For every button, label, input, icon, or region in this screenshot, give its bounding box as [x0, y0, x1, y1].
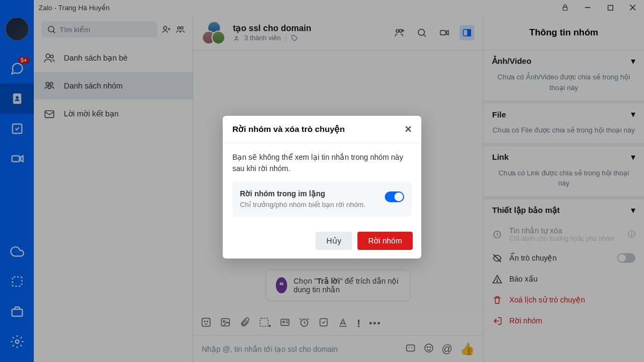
cancel-button[interactable]: Hủy — [316, 232, 352, 250]
leave-group-modal: Rời nhóm và xóa trò chuyện × Bạn sẽ khôn… — [223, 116, 421, 258]
modal-close-icon[interactable]: × — [405, 123, 412, 135]
silent-leave-option: Rời nhóm trong im lặng Chỉ trưởng/phó nh… — [232, 182, 412, 217]
confirm-leave-button[interactable]: Rời nhóm — [357, 232, 413, 250]
silent-leave-toggle[interactable] — [385, 191, 404, 202]
modal-title: Rời nhóm và xóa trò chuyện — [232, 124, 345, 134]
modal-body-text: Bạn sẽ không thể xem lại tin nhắn trong … — [232, 152, 412, 174]
